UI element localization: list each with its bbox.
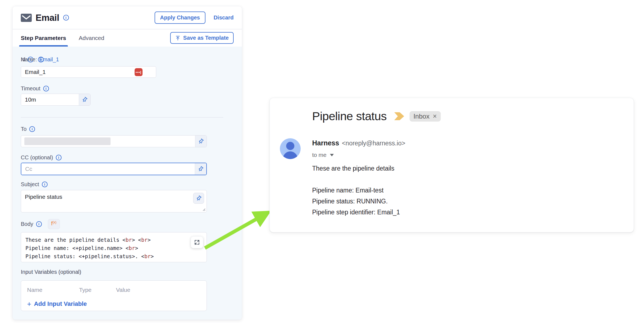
fixed-value-pin-button[interactable] [195,163,206,175]
pin-icon [80,95,89,104]
important-marker-icon[interactable] [394,112,404,120]
sender-avatar[interactable] [280,138,301,159]
cc-input[interactable] [21,163,195,175]
input-variables-label: Input Variables (optional) [21,269,81,275]
plus-icon: + [27,301,31,307]
email-preview-card: Pipeline status Inbox × Harness <noreply… [269,98,634,232]
panel-title-group: Email i [21,13,69,23]
email-envelope-icon [21,14,32,22]
fixed-value-pin-button[interactable] [79,94,90,105]
section-divider [21,117,223,117]
to-label-text: To [21,126,27,132]
email-body-line: Pipeline status: RUNNING. [312,196,400,207]
recipient-label: to me [312,152,327,158]
name-label: Name i [21,56,44,63]
name-id-row: Name i Id i : Email_1 [21,56,156,63]
pin-icon [194,194,203,203]
column-header-value: Value [116,287,130,293]
discard-button[interactable]: Discard [214,15,234,21]
sender-address: <noreply@harness.io> [342,140,405,147]
redacted-email-value [24,137,111,145]
timeout-label-text: Timeout [21,85,40,92]
cc-label-text: CC (optional) [21,154,53,161]
to-label: To i [21,126,35,132]
remove-label-icon[interactable]: × [433,113,437,120]
inbox-label-badge: Inbox × [410,111,440,122]
email-subject-row: Pipeline status Inbox × [312,110,441,123]
to-field[interactable] [21,135,207,147]
to-input-area [111,136,195,147]
info-icon[interactable]: i [36,221,42,227]
info-icon[interactable]: i [43,86,49,91]
body-label-text: Body [21,221,33,227]
subject-input[interactable]: Pipeline status [21,190,207,212]
input-variables-table: Name Type Value + Add Input Variable [21,280,207,311]
tab-advanced[interactable]: Advanced [79,29,104,47]
column-header-type: Type [79,287,116,293]
expand-icon [194,239,200,245]
chevron-down-icon [330,154,334,156]
timeout-input[interactable] [21,94,79,105]
code-line: These are the pipeline details <br> <br> [25,236,202,244]
save-as-template-button[interactable]: Save as Template [170,32,234,44]
info-icon[interactable]: i [29,126,35,132]
subject-field: Pipeline status [21,190,207,212]
subject-label-text: Subject [21,181,39,188]
name-label-text: Name [21,56,35,63]
fixed-value-pin-button[interactable] [195,136,207,147]
fx-icon-sub: (x) [53,220,56,224]
header-actions: Apply Changes Discard [155,11,234,24]
green-arrow [201,205,278,253]
sender-name: Harness [312,139,339,147]
subject-label: Subject i [21,181,48,188]
panel-header: Email i Apply Changes Discard [13,6,242,29]
expression-fx-button[interactable]: f(x) [48,219,60,229]
email-body: These are the pipeline details Pipeline … [312,165,400,218]
email-body-intro: These are the pipeline details [312,165,400,172]
code-line: Pipeline name: <+pipeline.name> <br> [25,244,202,252]
body-code-editor[interactable]: These are the pipeline details <br> <br>… [21,232,207,262]
cc-field [21,163,207,175]
tab-bar: Step Parameters Advanced Save as Templat… [13,29,242,47]
name-field: •••| [21,66,156,78]
cc-label: CC (optional) i [21,154,62,161]
apply-changes-button[interactable]: Apply Changes [155,11,205,24]
info-icon[interactable]: i [42,182,48,187]
email-body-line: Pipeline step identifier: Email_1 [312,207,400,218]
inbox-label-text: Inbox [413,113,430,120]
timeout-field [21,94,91,106]
body-label: Body i [21,221,42,227]
avatar-person-body [283,151,298,159]
sender-row: Harness <noreply@harness.io> [312,139,405,147]
upload-icon [175,35,181,41]
email-body-line: Pipeline name: Email-test [312,185,400,196]
fixed-value-pin-button[interactable] [193,193,204,204]
page-background: Email i Apply Changes Discard Step Param… [0,0,644,328]
panel-title: Email [36,13,59,23]
pin-icon [196,165,205,173]
code-line: Pipeline status: <+pipeline.status>. <br… [25,252,202,260]
recipient-dropdown[interactable]: to me [312,152,334,158]
email-subject: Pipeline status [312,110,387,123]
info-icon[interactable]: i [38,57,44,62]
timeout-label: Timeout i [21,85,49,92]
add-input-variable-button[interactable]: + Add Input Variable [27,300,201,307]
info-icon[interactable]: i [56,155,62,160]
input-variables-headers: Name Type Value [27,287,201,293]
pin-icon [196,137,205,146]
step-parameters-form: Name i Id i : Email_1 •••| Timeout i [13,47,242,320]
add-input-variable-label: Add Input Variable [34,300,87,307]
column-header-name: Name [27,287,79,293]
info-icon[interactable]: i [63,15,69,21]
tab-step-parameters[interactable]: Step Parameters [21,29,66,47]
body-label-row: Body i f(x) [21,219,60,229]
avatar-person-icon [286,142,294,150]
email-step-config-panel: Email i Apply Changes Discard Step Param… [12,6,242,320]
code-line: Pipeline step identifier: <+step.identif… [25,260,202,262]
autofill-extension-icon[interactable]: •••| [135,68,143,76]
save-as-template-label: Save as Template [183,35,229,41]
